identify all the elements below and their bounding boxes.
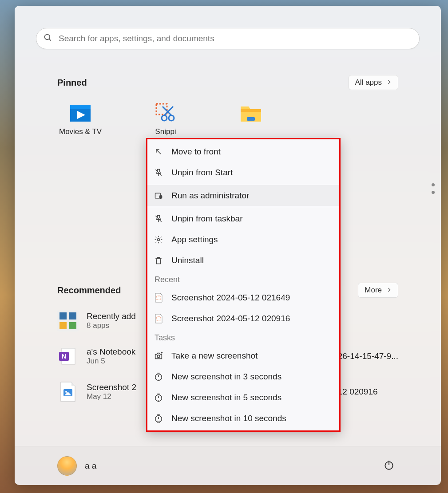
power-icon	[383, 465, 395, 472]
pinned-label: Movies & TV	[59, 127, 102, 136]
svg-line-24	[156, 150, 161, 154]
all-apps-button[interactable]: All apps	[349, 75, 398, 90]
rec-title: Recently add	[87, 312, 136, 321]
cm-label: Take a new screenshot	[171, 351, 258, 361]
rec-title: a's Notebook	[87, 347, 135, 357]
svg-rect-11	[247, 117, 255, 121]
unpin-icon	[154, 214, 163, 224]
snip-file-icon	[154, 314, 163, 323]
cm-label: Uninstall	[171, 256, 204, 265]
power-button[interactable]	[380, 456, 398, 476]
snipping-tool-icon	[155, 103, 176, 124]
cm-task-delay-5[interactable]: 5 New screenshot in 5 seconds	[147, 387, 339, 408]
pinned-grid: Movies & TV Snippi	[57, 103, 398, 136]
context-menu: Move to front Unpin from Start Run as ad…	[146, 138, 341, 432]
dot	[432, 183, 435, 186]
cm-tasks-header: Tasks	[147, 329, 339, 345]
separator	[147, 184, 339, 184]
cm-unpin-from-taskbar[interactable]: Unpin from taskbar	[147, 208, 339, 229]
cm-label: New screenshot in 3 seconds	[171, 372, 281, 382]
svg-point-30	[158, 238, 160, 241]
avatar	[57, 456, 77, 476]
separator	[147, 207, 339, 207]
svg-text:5: 5	[158, 399, 159, 402]
arrow-up-left-icon	[154, 147, 163, 157]
cm-label: New screenshot in 5 seconds	[171, 393, 281, 402]
rec-sub: May 12	[87, 392, 136, 401]
user-name: a a	[85, 461, 96, 471]
svg-rect-15	[69, 322, 76, 329]
svg-text:10: 10	[157, 420, 160, 423]
cm-recent-file[interactable]: Screenshot 2024-05-12 021649	[147, 287, 339, 308]
svg-point-7	[169, 115, 174, 121]
pinned-section: Pinned All apps Movies & TV Snippi	[15, 49, 441, 136]
snip-file-icon	[154, 293, 163, 303]
cm-label: Screenshot 2024-05-12 020916	[171, 314, 290, 323]
svg-rect-13	[69, 312, 76, 319]
cm-app-settings[interactable]: App settings	[147, 229, 339, 250]
cm-label: New screenshot in 10 seconds	[171, 414, 286, 423]
page-dots[interactable]	[432, 183, 435, 194]
shield-admin-icon	[154, 191, 163, 201]
dot	[432, 191, 435, 194]
svg-rect-3	[70, 105, 91, 109]
svg-line-9	[163, 106, 171, 115]
pinned-label: Snippi	[155, 127, 176, 136]
start-menu: Pinned All apps Movies & TV Snippi	[15, 6, 441, 485]
timer-3-icon: 3	[154, 372, 163, 382]
timer-5-icon: 5	[154, 393, 163, 402]
chevron-right-icon	[386, 286, 392, 295]
camera-plus-icon	[154, 351, 163, 361]
svg-line-1	[49, 39, 51, 41]
search-input[interactable]	[59, 34, 412, 43]
cm-uninstall[interactable]: Uninstall	[147, 250, 339, 271]
cm-recent-header: Recent	[147, 271, 339, 287]
onenote-icon: N	[57, 346, 79, 367]
all-apps-label: All apps	[355, 78, 382, 87]
svg-text:3: 3	[158, 378, 159, 382]
cm-label: Move to front	[171, 147, 221, 157]
svg-line-8	[164, 106, 173, 115]
more-label: More	[365, 286, 382, 295]
pinned-app-movies-tv[interactable]: Movies & TV	[57, 103, 103, 136]
start-footer: a a	[15, 446, 441, 485]
cm-label: Unpin from Start	[171, 168, 233, 177]
pinned-header: Pinned All apps	[57, 75, 398, 90]
cm-move-to-front[interactable]: Move to front	[147, 141, 339, 162]
cm-label: Screenshot 2024-05-12 021649	[171, 293, 290, 303]
movies-tv-icon	[70, 103, 91, 124]
search-box[interactable]	[36, 28, 420, 49]
svg-rect-10	[241, 109, 261, 112]
cm-task-new-screenshot[interactable]: Take a new screenshot	[147, 345, 339, 366]
cm-label: Run as administrator	[171, 191, 249, 201]
cm-label: App settings	[171, 235, 218, 245]
svg-rect-12	[59, 312, 67, 319]
rec-sub: 8 apps	[87, 321, 136, 330]
recommended-title: Recommended	[57, 285, 121, 296]
pinned-title: Pinned	[57, 78, 87, 88]
cm-task-delay-10[interactable]: 10 New screenshot in 10 seconds	[147, 408, 339, 429]
pinned-app-file-explorer[interactable]	[228, 103, 274, 136]
chevron-right-icon	[386, 78, 392, 87]
timer-10-icon: 10	[154, 414, 163, 423]
pinned-app-snipping-tool[interactable]: Snippi	[143, 103, 189, 136]
user-button[interactable]: a a	[57, 456, 96, 476]
trash-icon	[154, 256, 163, 265]
cm-label: Unpin from taskbar	[171, 214, 243, 224]
rec-title: Screenshot 2	[87, 383, 136, 392]
search-container	[15, 6, 441, 49]
svg-point-33	[157, 355, 160, 358]
file-explorer-icon	[240, 103, 262, 124]
svg-point-6	[162, 115, 167, 121]
svg-rect-14	[59, 322, 67, 329]
search-icon	[44, 33, 52, 44]
gear-icon	[154, 235, 163, 245]
image-file-icon	[57, 381, 79, 402]
unpin-icon	[154, 168, 163, 177]
svg-point-0	[45, 35, 50, 40]
more-button[interactable]: More	[358, 283, 398, 298]
cm-recent-file[interactable]: Screenshot 2024-05-12 020916	[147, 308, 339, 329]
cm-unpin-from-start[interactable]: Unpin from Start	[147, 162, 339, 183]
cm-run-as-admin[interactable]: Run as administrator	[147, 185, 339, 206]
cm-task-delay-3[interactable]: 3 New screenshot in 3 seconds	[147, 366, 339, 387]
